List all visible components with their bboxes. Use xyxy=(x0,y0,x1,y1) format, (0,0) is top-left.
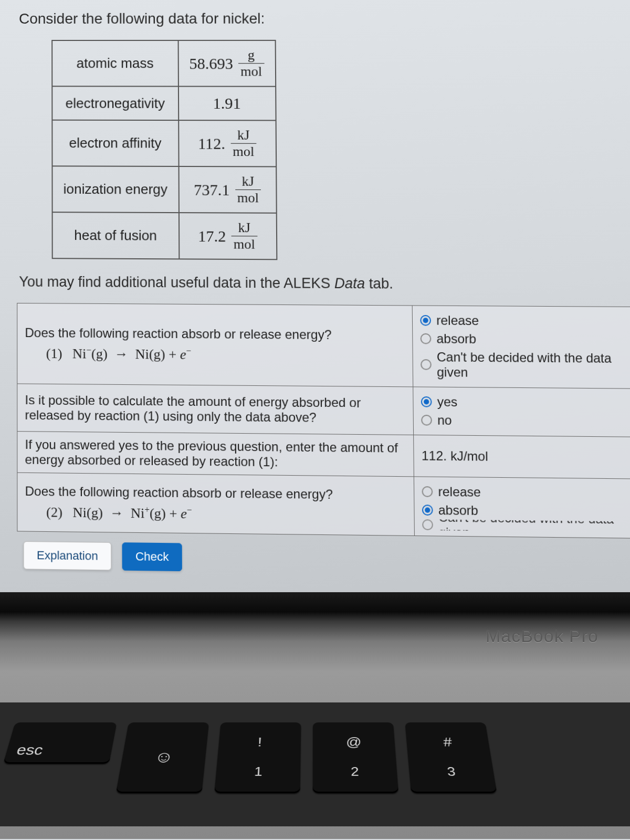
table-row: ionization energy 737.1 kJ mol xyxy=(52,166,276,213)
row-value-cell: 1.91 xyxy=(178,87,276,121)
row-label: heat of fusion xyxy=(52,212,179,259)
row-label: electron affinity xyxy=(52,120,178,166)
unit-fraction: g mol xyxy=(238,48,264,78)
number-key-3[interactable]: # 3 xyxy=(405,722,497,793)
radio-icon xyxy=(422,486,433,497)
table-row: electronegativity 1.91 xyxy=(52,86,276,120)
radio-icon xyxy=(421,396,432,407)
radio-option[interactable]: no xyxy=(421,411,630,432)
radio-icon xyxy=(420,315,431,326)
row-label: atomic mass xyxy=(52,40,178,87)
radio-option[interactable]: Can't be decided with the data given xyxy=(421,348,630,383)
nickel-data-table: atomic mass 58.693 g mol electronegativi… xyxy=(51,40,277,260)
answer-value[interactable]: 112. kJ/mol xyxy=(414,435,630,479)
row-value: 112. xyxy=(198,134,225,152)
radio-option[interactable]: release xyxy=(420,311,630,331)
radio-icon xyxy=(421,415,432,426)
esc-key[interactable]: esc xyxy=(3,722,117,764)
unit-fraction: kJ mol xyxy=(230,128,256,159)
radio-icon xyxy=(421,333,432,344)
radio-option[interactable]: release xyxy=(422,482,630,503)
screen-content: Consider the following data for nickel: … xyxy=(0,0,630,604)
question-table: Does the following reaction absorb or re… xyxy=(17,303,630,539)
unit-fraction: kJ mol xyxy=(235,174,261,205)
number-key-1[interactable]: ! 1 xyxy=(214,722,301,793)
radio-icon xyxy=(421,359,432,370)
question-row: Is it possible to calculate the amount o… xyxy=(17,384,630,437)
reaction-equation: (1) Ni−(g) → Ni(g) + e− xyxy=(25,344,405,364)
radio-option[interactable]: yes xyxy=(421,393,630,413)
radio-option[interactable]: absorb xyxy=(421,330,630,350)
question-prompt: If you answered yes to the previous ques… xyxy=(17,432,414,477)
question-row: Does the following reaction absorb or re… xyxy=(17,472,630,538)
question-cell: Does the following reaction absorb or re… xyxy=(17,303,413,386)
question-row: Does the following reaction absorb or re… xyxy=(17,303,630,388)
row-label: electronegativity xyxy=(52,86,178,120)
button-row: Explanation Check xyxy=(24,541,630,577)
row-value: 58.693 xyxy=(189,55,233,72)
row-value-cell: 737.1 kJ mol xyxy=(178,166,276,213)
table-row: atomic mass 58.693 g mol xyxy=(52,40,276,87)
smile-icon: ☺ xyxy=(153,748,175,766)
emoji-key[interactable]: ☺ xyxy=(116,722,209,793)
row-value-cell: 112. kJ mol xyxy=(178,120,276,166)
table-row: heat of fusion 17.2 kJ mol xyxy=(52,212,277,259)
keyboard: esc ☺ ! 1 @ 2 # 3 xyxy=(0,702,630,826)
radio-option[interactable]: absorb xyxy=(422,501,630,522)
row-label: ionization energy xyxy=(52,166,178,213)
number-key-2[interactable]: @ 2 xyxy=(313,722,398,793)
laptop-base: MacBook Pro esc ☺ ! 1 @ 2 # 3 xyxy=(0,592,630,839)
question-prompt: Does the following reaction absorb or re… xyxy=(25,326,405,343)
hint-text: You may find additional useful data in t… xyxy=(19,274,630,293)
row-value-cell: 58.693 g mol xyxy=(178,40,276,87)
question-cell: Does the following reaction absorb or re… xyxy=(17,472,415,536)
unit-fraction: kJ mol xyxy=(231,221,257,251)
laptop-brand-label: MacBook Pro xyxy=(486,626,598,646)
reaction-equation: (2) Ni(g) → Ni+(g) + e− xyxy=(25,503,407,524)
check-button[interactable]: Check xyxy=(122,542,182,571)
answer-cell: yes no xyxy=(413,387,630,437)
page-title: Consider the following data for nickel: xyxy=(19,10,630,27)
question-prompt: Does the following reaction absorb or re… xyxy=(25,484,406,503)
row-value: 1.91 xyxy=(213,94,240,112)
answer-cell: release absorb Can't be decided with the… xyxy=(412,306,630,388)
radio-icon xyxy=(422,505,433,516)
question-row: If you answered yes to the previous ques… xyxy=(17,432,630,479)
radio-option[interactable]: Can't be decided with the data given xyxy=(422,519,630,532)
answer-cell: release absorb Can't be decided with the… xyxy=(414,477,630,539)
question-prompt: Is it possible to calculate the amount o… xyxy=(17,384,414,435)
explanation-button[interactable]: Explanation xyxy=(24,541,112,570)
row-value: 17.2 xyxy=(198,227,226,245)
row-value-cell: 17.2 kJ mol xyxy=(179,213,277,259)
radio-icon xyxy=(422,519,433,530)
row-value: 737.1 xyxy=(194,181,230,199)
table-row: electron affinity 112. kJ mol xyxy=(52,120,276,167)
